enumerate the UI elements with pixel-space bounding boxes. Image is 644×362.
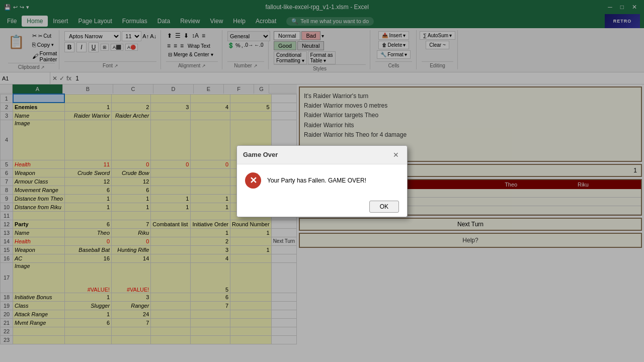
game-over-modal: Game Over ✕ ✕ Your Party has Fallen. GAM…	[236, 145, 408, 217]
modal-footer: OK	[237, 197, 407, 217]
modal-title: Game Over	[243, 151, 278, 158]
modal-overlay[interactable]: Game Over ✕ ✕ Your Party has Fallen. GAM…	[0, 0, 644, 362]
modal-header: Game Over ✕	[237, 146, 407, 164]
ok-button[interactable]: OK	[369, 201, 399, 213]
modal-close-button[interactable]: ✕	[391, 150, 401, 160]
modal-body: ✕ Your Party has Fallen. GAME OVER!	[237, 164, 407, 197]
modal-message: Your Party has Fallen. GAME OVER!	[267, 177, 366, 184]
error-icon: ✕	[245, 172, 261, 189]
